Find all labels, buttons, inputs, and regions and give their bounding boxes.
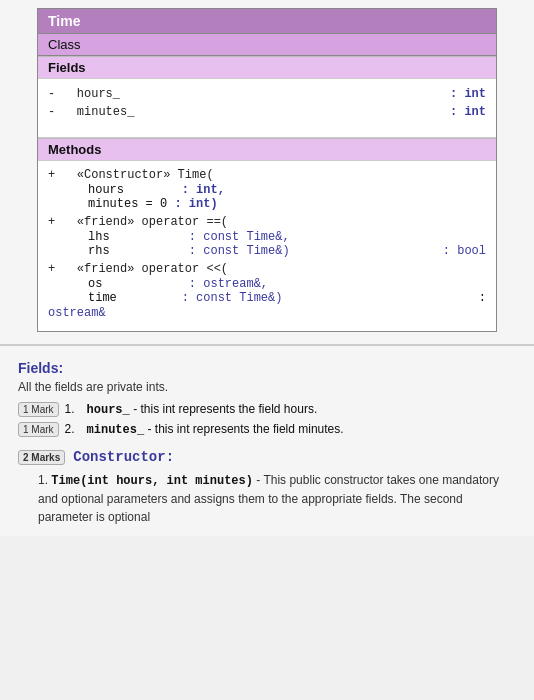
uml-title-text: Time xyxy=(48,13,80,29)
uml-fields-label: Fields xyxy=(48,60,86,75)
item-text-2: minutes_ - this int represents the field… xyxy=(87,422,344,437)
param-time: time : const Time&) : xyxy=(88,291,486,305)
item-num-2: 2. xyxy=(65,422,81,436)
uml-methods-block: + «Constructor» Time( hours : int, minut… xyxy=(38,161,496,331)
uml-fields-block: - hours_ : int - minutes_ : int xyxy=(38,79,496,138)
method-opeq-params: lhs : const Time&, rhs : const Time&) : … xyxy=(48,230,486,258)
field-minutes-name: - minutes_ xyxy=(48,105,134,119)
uml-field-row: - hours_ : int xyxy=(48,85,486,103)
fields-list: 1 Mark 1. hours_ - this int represents t… xyxy=(18,402,516,437)
uml-methods-header: Methods xyxy=(38,138,496,161)
field-hours-desc: - this int represents the field hours. xyxy=(133,402,317,416)
param-minutes: minutes = 0 : int) xyxy=(88,197,486,211)
uml-fields-header: Fields xyxy=(38,56,496,79)
constructor-mark: 2 Marks xyxy=(18,450,65,465)
uml-field-row: - minutes_ : int xyxy=(48,103,486,121)
param-hours: hours : int, xyxy=(88,183,486,197)
field-minutes-desc: - this int represents the field minutes. xyxy=(148,422,344,436)
uml-box: Time Class Fields - hours_ : int - minut… xyxy=(37,8,497,332)
constructor-item-1: 1. Time(int hours, int minutes) - This p… xyxy=(18,471,516,526)
param-rhs: rhs : const Time&) : bool xyxy=(88,244,486,258)
list-item: 1 Mark 1. hours_ - this int represents t… xyxy=(18,402,516,417)
page: Time Class Fields - hours_ : int - minut… xyxy=(0,0,534,536)
fields-intro: All the fields are private ints. xyxy=(18,380,516,394)
constructor-heading-text: Constructor: xyxy=(73,449,174,465)
param-lhs: lhs : const Time&, xyxy=(88,230,486,244)
constructor-sig: Time(int hours, int minutes) xyxy=(51,474,253,488)
item-text-1: hours_ - this int represents the field h… xyxy=(87,402,318,417)
desc-section: Fields: All the fields are private ints.… xyxy=(0,346,534,536)
mark-badge-2: 1 Mark xyxy=(18,422,59,437)
fields-desc-heading: Fields: xyxy=(18,360,516,376)
uml-class-row: Class xyxy=(38,34,496,56)
uml-title: Time xyxy=(38,9,496,34)
method-opstream-return: ostream& xyxy=(48,305,486,321)
param-os: os : ostream&, xyxy=(88,277,486,291)
field-hours-code: hours_ xyxy=(87,403,130,417)
method-opstream-params: os : ostream&, time : const Time&) : xyxy=(48,277,486,305)
method-opstream: + «friend» operator <<( xyxy=(48,261,486,277)
list-item: 1 Mark 2. minutes_ - this int represents… xyxy=(18,422,516,437)
item-num-1: 1. xyxy=(65,402,81,416)
field-minutes-type: : int xyxy=(450,105,486,119)
method-opeq: + «friend» operator ==( xyxy=(48,214,486,230)
uml-class-label: Class xyxy=(48,37,81,52)
uml-section: Time Class Fields - hours_ : int - minut… xyxy=(0,0,534,346)
field-hours-name: - hours_ xyxy=(48,87,120,101)
field-minutes-code: minutes_ xyxy=(87,423,145,437)
field-hours-type: : int xyxy=(450,87,486,101)
method-constructor-params: hours : int, minutes = 0 : int) xyxy=(48,183,486,211)
method-constructor: + «Constructor» Time( xyxy=(48,167,486,183)
constructor-desc-heading: 2 Marks Constructor: xyxy=(18,449,516,465)
mark-badge-1: 1 Mark xyxy=(18,402,59,417)
uml-methods-label: Methods xyxy=(48,142,101,157)
